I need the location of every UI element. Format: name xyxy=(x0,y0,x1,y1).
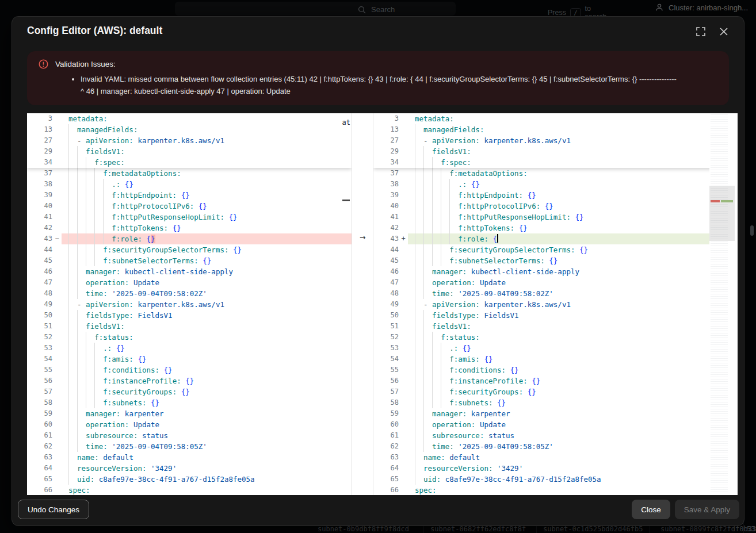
code-line[interactable]: 65 uid: c8afe97e-38cc-4f91-a767-d15f2a8f… xyxy=(27,474,352,485)
code-text: - apiVersion: karpenter.k8s.aws/v1 xyxy=(408,299,738,310)
code-text: f:conditions: {} xyxy=(62,365,352,375)
code-line[interactable]: 53 .: {} xyxy=(373,343,738,354)
indent-guide xyxy=(423,212,424,223)
code-line[interactable]: 64 resourceVersion: '3429' xyxy=(373,463,738,474)
revert-change-arrow-icon[interactable]: → xyxy=(352,231,373,243)
code-line[interactable]: 49 - apiVersion: karpenter.k8s.aws/v1 xyxy=(373,299,738,310)
code-body[interactable]: 37 f:metadataOptions:38 .: {}39 f:httpEn… xyxy=(27,168,352,495)
indent-guide xyxy=(423,201,424,212)
code-line[interactable]: 65 uid: c8afe97e-38cc-4f91-a767-d15f2a8f… xyxy=(373,474,738,485)
code-line[interactable]: 41 f:httpPutResponseHopLimit: {} xyxy=(373,212,738,223)
code-line[interactable]: 51 fieldsV1: xyxy=(27,321,352,332)
code-line[interactable]: 38 .: {} xyxy=(373,179,738,190)
code-line[interactable]: 60 operation: Update xyxy=(27,419,352,430)
code-line[interactable]: 43− f:role: {} xyxy=(27,233,352,244)
code-line[interactable]: 56 f:instanceProfile: {} xyxy=(27,375,352,386)
code-line[interactable]: 39 f:httpEndpoint: {} xyxy=(27,190,352,201)
minimap-slider[interactable] xyxy=(709,186,735,241)
diff-sign xyxy=(52,255,62,266)
code-line[interactable]: 37 f:metadataOptions: xyxy=(373,168,738,179)
sticky-line[interactable]: 13 managedFields: xyxy=(27,124,352,135)
sticky-line[interactable]: 3metadata: xyxy=(373,113,738,124)
code-line[interactable]: 61 subresource: status xyxy=(27,430,352,441)
code-line[interactable]: 50 fieldsType: FieldsV1 xyxy=(27,310,352,321)
code-line[interactable]: 46 manager: kubectl-client-side-apply xyxy=(373,266,738,277)
code-line[interactable]: 57 f:securityGroups: {} xyxy=(27,386,352,397)
code-line[interactable]: 44 f:securityGroupSelectorTerms: {} xyxy=(27,244,352,255)
sticky-line[interactable]: 34 f:spec: xyxy=(373,157,738,168)
code-token: f:amis: xyxy=(103,355,133,363)
original-pane[interactable]: 3metadata:13 managedFields:27 - apiVersi… xyxy=(27,113,352,495)
code-line[interactable]: 44 f:securityGroupSelectorTerms: {} xyxy=(373,244,738,255)
diff-sign xyxy=(52,277,62,288)
sticky-line[interactable]: 13 managedFields: xyxy=(373,124,738,135)
code-line[interactable]: 62 time: '2025-09-04T09:58:05Z' xyxy=(373,441,738,452)
code-line[interactable]: 54 f:amis: {} xyxy=(373,354,738,365)
code-line[interactable]: 47 operation: Update xyxy=(373,277,738,288)
modified-pane[interactable]: 3metadata:13 managedFields:27 - apiVersi… xyxy=(373,113,738,495)
close-button[interactable] xyxy=(716,25,731,40)
code-text: - apiVersion: karpenter.k8s.aws/v1 xyxy=(408,135,738,146)
code-line[interactable]: 52 f:status: xyxy=(27,332,352,343)
diff-editor[interactable]: 3metadata:13 managedFields:27 - apiVersi… xyxy=(27,113,738,495)
code-line[interactable]: 43+ f:role: { xyxy=(373,233,738,244)
code-line[interactable]: 39 f:httpEndpoint: {} xyxy=(373,190,738,201)
code-line[interactable]: 50 fieldsType: FieldsV1 xyxy=(373,310,738,321)
code-line[interactable]: 58 f:subnets: {} xyxy=(27,397,352,408)
code-line[interactable]: 49 - apiVersion: karpenter.k8s.aws/v1 xyxy=(27,299,352,310)
code-line[interactable]: 48 time: '2025-09-04T09:58:02Z' xyxy=(373,288,738,299)
code-line[interactable]: 42 f:httpTokens: {} xyxy=(27,223,352,233)
sticky-line[interactable]: 27 - apiVersion: karpenter.k8s.aws/v1 xyxy=(373,135,738,146)
code-line[interactable]: 38 .: {} xyxy=(27,179,352,190)
save-apply-button[interactable]: Save & Apply xyxy=(675,500,739,519)
code-line[interactable]: 61 subresource: status xyxy=(373,430,738,441)
code-line[interactable]: 54 f:amis: {} xyxy=(27,354,352,365)
code-line[interactable]: 41 f:httpPutResponseHopLimit: {} xyxy=(27,212,352,223)
code-line[interactable]: 63 name: default xyxy=(27,452,352,463)
code-line[interactable]: 66spec: xyxy=(373,485,738,495)
code-line[interactable]: 55 f:conditions: {} xyxy=(373,365,738,375)
code-line[interactable]: 60 operation: Update xyxy=(373,419,738,430)
code-line[interactable]: 66spec: xyxy=(27,485,352,495)
code-token xyxy=(146,464,151,473)
sticky-line[interactable]: 29 fieldsV1: xyxy=(27,146,352,157)
code-line[interactable]: 45 f:subnetSelectorTerms: {} xyxy=(27,255,352,266)
code-line[interactable]: 59 manager: karpenter xyxy=(27,408,352,419)
sticky-line[interactable]: 29 fieldsV1: xyxy=(373,146,738,157)
code-line[interactable]: 45 f:subnetSelectorTerms: {} xyxy=(373,255,738,266)
code-line[interactable]: 56 f:instanceProfile: {} xyxy=(373,375,738,386)
code-line[interactable]: 40 f:httpProtocolIPv6: {} xyxy=(373,201,738,212)
code-line[interactable]: 62 time: '2025-09-04T09:58:05Z' xyxy=(27,441,352,452)
code-line[interactable]: 59 manager: karpenter xyxy=(373,408,738,419)
sticky-line[interactable]: 3metadata: xyxy=(27,113,352,124)
code-line[interactable]: 40 f:httpProtocolIPv6: {} xyxy=(27,201,352,212)
indent-guide xyxy=(77,386,78,397)
code-line[interactable]: 58 f:subnets: {} xyxy=(373,397,738,408)
fullscreen-button[interactable] xyxy=(693,25,708,40)
code-line[interactable]: 37 f:metadataOptions: xyxy=(27,168,352,179)
code-line[interactable]: 57 f:securityGroups: {} xyxy=(373,386,738,397)
undo-changes-button[interactable]: Undo Changes xyxy=(18,500,89,519)
code-line[interactable]: 48 time: '2025-09-04T09:58:02Z' xyxy=(27,288,352,299)
code-line[interactable]: 55 f:conditions: {} xyxy=(27,365,352,375)
code-line[interactable]: 64 resourceVersion: '3429' xyxy=(27,463,352,474)
indent-guide xyxy=(432,255,433,266)
sticky-line[interactable]: 27 - apiVersion: karpenter.k8s.aws/v1 xyxy=(27,135,352,146)
code-text: f:status: xyxy=(62,332,352,343)
code-line[interactable]: 46 manager: kubectl-client-side-apply xyxy=(27,266,352,277)
code-line[interactable]: 42 f:httpTokens: {} xyxy=(373,223,738,233)
code-token: f:spec: xyxy=(94,158,125,167)
code-text: name: default xyxy=(408,452,738,463)
indent-guide xyxy=(432,365,433,375)
code-line[interactable]: 63 name: default xyxy=(373,452,738,463)
code-line[interactable]: 47 operation: Update xyxy=(27,277,352,288)
code-body[interactable]: 37 f:metadataOptions:38 .: {}39 f:httpEn… xyxy=(373,168,738,495)
sticky-line[interactable]: 34 f:spec: xyxy=(27,157,352,168)
indent-guide xyxy=(94,212,95,223)
code-line[interactable]: 52 f:status: xyxy=(373,332,738,343)
indent-guide xyxy=(68,223,69,233)
code-line[interactable]: 53 .: {} xyxy=(27,343,352,354)
close-modal-button[interactable]: Close xyxy=(632,500,670,519)
code-line[interactable]: 51 fieldsV1: xyxy=(373,321,738,332)
minimap[interactable] xyxy=(709,113,735,495)
